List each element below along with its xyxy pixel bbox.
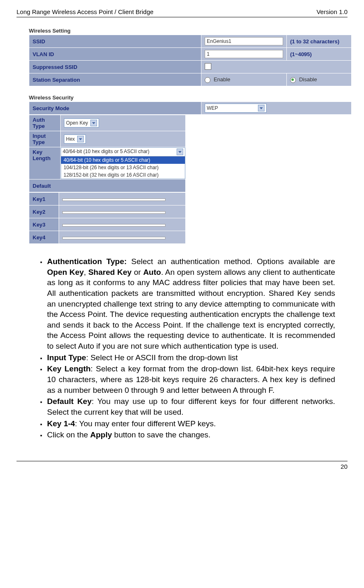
chevron-down-icon bbox=[90, 120, 97, 126]
ssid-input[interactable]: EnGenius1 bbox=[205, 37, 283, 45]
config-screenshot: Wireless Setting SSID EnGenius1 (1 to 32… bbox=[29, 28, 352, 244]
bullet-default-key: Default Key: You may use up to four diff… bbox=[45, 396, 335, 417]
station-sep-label: Station Separation bbox=[29, 73, 201, 86]
suppressed-ssid-value bbox=[201, 61, 352, 73]
wireless-security-title: Wireless Security bbox=[29, 94, 352, 101]
wireless-setting-table: SSID EnGenius1 (1 to 32 characters) VLAN… bbox=[29, 35, 352, 86]
page-number: 20 bbox=[340, 463, 347, 470]
security-mode-value: WEP bbox=[201, 102, 352, 115]
key3-label: Key3 bbox=[29, 218, 59, 231]
vlan-hint: (1~4095) bbox=[287, 48, 352, 61]
header-title: Long Range Wireless Access Point / Clien… bbox=[17, 8, 154, 15]
header-version: Version 1.0 bbox=[317, 8, 347, 15]
vlan-input[interactable]: 1 bbox=[205, 50, 283, 58]
chevron-down-icon bbox=[177, 149, 183, 155]
key-length-value: 40/64-bit (10 hex digits or 5 ASCII char… bbox=[61, 147, 186, 179]
page-footer: 20 bbox=[17, 461, 347, 470]
key2-label: Key2 bbox=[29, 205, 59, 218]
chevron-down-icon bbox=[77, 136, 84, 142]
station-sep-enable-cell: Enable bbox=[201, 73, 287, 86]
input-type-value: Hex bbox=[61, 131, 186, 147]
bullet-apply: Click on the Apply button to save the ch… bbox=[45, 430, 335, 440]
security-mode-select[interactable]: WEP bbox=[205, 104, 267, 113]
default-key-label: Default bbox=[29, 179, 186, 192]
chevron-down-icon bbox=[258, 105, 265, 111]
auth-type-value: Open Key bbox=[61, 115, 186, 131]
wireless-setting-title: Wireless Setting bbox=[29, 28, 352, 34]
disable-radio[interactable] bbox=[290, 77, 296, 83]
key2-input[interactable] bbox=[62, 211, 165, 214]
key-table: Key1 Key2 Key3 Key4 bbox=[29, 192, 186, 244]
key-length-option[interactable]: 104/128-bit (26 hex digits or 13 ASCII c… bbox=[61, 164, 185, 171]
key-length-label: Key Length bbox=[29, 147, 61, 179]
security-mode-table: Security Mode WEP bbox=[29, 102, 352, 115]
auth-type-select[interactable]: Open Key bbox=[64, 118, 99, 128]
key-length-select[interactable]: 40/64-bit (10 hex digits or 5 ASCII char… bbox=[61, 147, 185, 179]
ssid-label: SSID bbox=[29, 35, 201, 48]
auth-type-label: Auth Type bbox=[29, 115, 61, 131]
page-header: Long Range Wireless Access Point / Clien… bbox=[17, 8, 347, 17]
ssid-hint: (1 to 32 characters) bbox=[287, 35, 352, 48]
description-list: Authentication Type: Select an authentic… bbox=[29, 256, 335, 440]
bullet-authentication-type: Authentication Type: Select an authentic… bbox=[45, 256, 335, 352]
input-type-label: Input Type bbox=[29, 131, 61, 147]
ssid-value-cell: EnGenius1 bbox=[201, 35, 287, 48]
bullet-key-length: Key Length: Select a key format from the… bbox=[45, 364, 335, 395]
key4-input[interactable] bbox=[62, 237, 165, 239]
key1-label: Key1 bbox=[29, 193, 59, 205]
suppressed-ssid-checkbox[interactable] bbox=[205, 63, 211, 70]
station-sep-disable-cell: Disable bbox=[287, 73, 352, 86]
bullet-key-1-4: Key 1-4: You may enter four different WE… bbox=[45, 418, 335, 429]
key-length-option[interactable]: 128/152-bit (32 hex digits or 16 ASCII c… bbox=[61, 171, 185, 179]
auth-type-table: Auth Type Open Key Input Type Hex bbox=[29, 115, 186, 192]
key-length-option[interactable]: 40/64-bit (10 hex digits or 5 ASCII char… bbox=[61, 156, 185, 164]
suppressed-ssid-label: Suppressed SSID bbox=[29, 61, 201, 73]
bullet-input-type: Input Type: Select He or ASCII from the … bbox=[45, 352, 335, 363]
vlan-value-cell: 1 bbox=[201, 48, 287, 61]
key3-input[interactable] bbox=[62, 224, 165, 227]
enable-radio[interactable] bbox=[205, 77, 210, 83]
input-type-select[interactable]: Hex bbox=[64, 135, 86, 144]
key1-input[interactable] bbox=[62, 198, 165, 201]
key4-label: Key4 bbox=[29, 231, 59, 244]
security-mode-label: Security Mode bbox=[29, 102, 201, 115]
vlan-label: VLAN ID bbox=[29, 48, 201, 61]
